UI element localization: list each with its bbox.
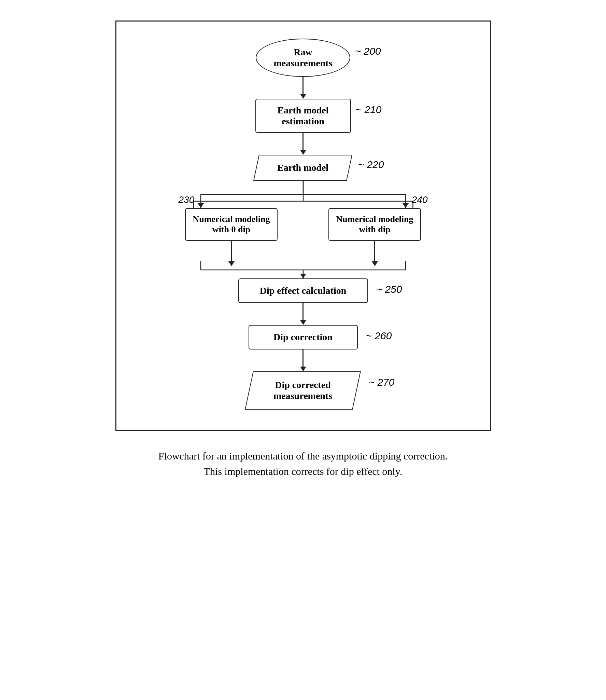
dip-corrected-measurements-node: Dip corrected measurements [245, 371, 361, 410]
earth-model-estimation-node: Earth model estimation [255, 99, 351, 133]
numerical-modeling-with-dip-label: Numerical modeling with dip [336, 214, 413, 234]
dip-corrected-annotation: ~ 270 [369, 376, 395, 388]
dip-correction-node: Dip correction [249, 325, 358, 349]
branch-lines-svg [150, 181, 457, 208]
earth-model-estimation-label: Earth model estimation [277, 105, 328, 126]
raw-measurements-node: Raw measurements [256, 39, 350, 77]
svg-marker-9 [198, 203, 204, 208]
svg-marker-11 [403, 203, 409, 208]
arrow-4 [300, 349, 306, 371]
numerical-modeling-no-dip-node: Numerical modeling with 0 dip [185, 208, 277, 241]
annotation-240: 240 [412, 194, 428, 205]
diagram-container: Raw measurements ~ 200 Earth model estim… [115, 20, 491, 431]
numerical-modeling-with-dip-node: Numerical modeling with dip [328, 208, 421, 241]
raw-measurements-wrapper: Raw measurements ~ 200 [256, 39, 350, 77]
branch-row: 230 Numerical modeling with 0 dip 240 Nu… [150, 208, 457, 266]
dip-correction-annotation: ~ 260 [366, 330, 392, 342]
arrow-3 [300, 303, 306, 325]
dip-effect-calculation-wrapper: Dip effect calculation ~ 250 [238, 278, 368, 303]
arrow-1 [300, 77, 306, 99]
converge-connector [150, 261, 457, 278]
earth-model-estimation-wrapper: Earth model estimation ~ 210 [255, 99, 351, 133]
numerical-modeling-with-dip-wrapper: 240 Numerical modeling with dip [328, 208, 421, 241]
raw-measurements-annotation: ~ 200 [355, 45, 381, 57]
earth-model-wrapper: Earth model ~ 220 [256, 155, 350, 181]
svg-marker-17 [300, 274, 306, 278]
numerical-modeling-no-dip-wrapper: 230 Numerical modeling with 0 dip [185, 208, 277, 241]
flowchart: Raw measurements ~ 200 Earth model estim… [137, 39, 469, 410]
numerical-modeling-no-dip-label: Numerical modeling with 0 dip [193, 214, 270, 234]
dip-corrected-measurements-wrapper: Dip corrected measurements ~ 270 [249, 371, 357, 410]
dip-correction-label: Dip correction [273, 332, 333, 342]
dip-effect-calculation-label: Dip effect calculation [260, 285, 347, 296]
dip-correction-wrapper: Dip correction ~ 260 [249, 325, 358, 349]
caption-text: Flowchart for an implementation of the a… [158, 450, 448, 477]
dip-effect-calculation-node: Dip effect calculation [238, 278, 368, 303]
converge-lines-svg [150, 261, 457, 278]
arrow-2 [300, 133, 306, 155]
caption: Flowchart for an implementation of the a… [158, 448, 448, 479]
earth-model-estimation-annotation: ~ 210 [356, 104, 382, 115]
raw-measurements-label: Raw measurements [273, 47, 332, 68]
earth-model-annotation: ~ 220 [358, 159, 384, 170]
earth-model-node: Earth model [253, 155, 352, 181]
dip-effect-annotation: ~ 250 [376, 284, 402, 295]
branch-connector [150, 181, 457, 208]
dip-corrected-measurements-label: Dip corrected measurements [273, 380, 332, 401]
earth-model-label: Earth model [277, 162, 328, 173]
annotation-230: 230 [178, 194, 194, 205]
left-branch: 230 Numerical modeling with 0 dip [173, 208, 290, 266]
right-branch: 240 Numerical modeling with dip [317, 208, 433, 266]
